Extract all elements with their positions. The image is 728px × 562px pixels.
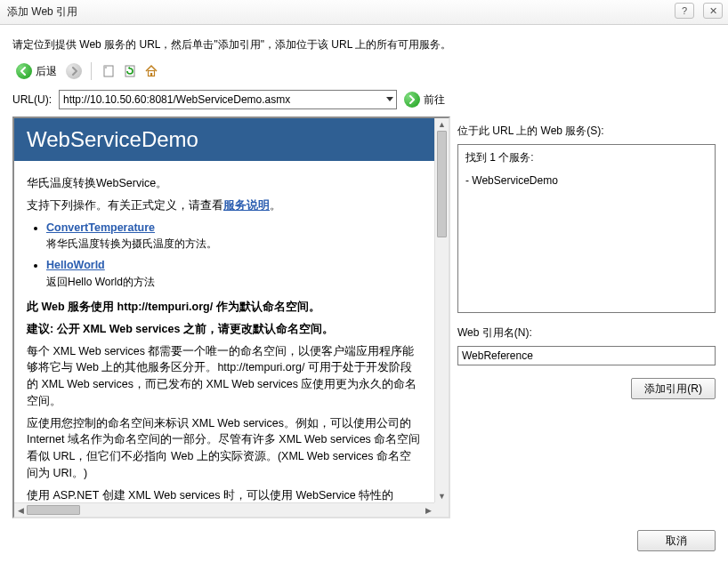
toolbar: 后退: [12, 61, 716, 81]
back-button[interactable]: 后退: [12, 61, 61, 81]
service-description-link[interactable]: 服务说明: [223, 199, 270, 212]
scroll-thumb[interactable]: [27, 505, 80, 515]
refname-input[interactable]: [457, 346, 716, 365]
scroll-up-icon[interactable]: ▲: [435, 118, 449, 131]
go-arrow-icon: [404, 92, 420, 108]
back-label: 后退: [36, 64, 57, 79]
scroll-thumb[interactable]: [437, 131, 447, 237]
url-input[interactable]: [60, 91, 396, 108]
window-title: 添加 Web 引用: [7, 4, 77, 20]
services-label: 位于此 URL 上的 Web 服务(S):: [457, 124, 716, 139]
namespace-line: 此 Web 服务使用 http://tempuri.org/ 作为默认命名空间。: [27, 299, 422, 316]
footer: 取消: [637, 530, 716, 551]
titlebar: 添加 Web 引用 ? ✕: [0, 0, 728, 25]
para1: 每个 XML Web services 都需要一个唯一的命名空间，以便客户端应用…: [27, 343, 422, 410]
preview-frame: WebServiceDemo 华氏温度转换WebService。 支持下列操作。…: [12, 116, 450, 518]
separator: [91, 62, 92, 80]
svg-rect-3: [150, 73, 152, 76]
horizontal-scrollbar[interactable]: ◀ ▶: [14, 502, 434, 517]
scroll-right-icon[interactable]: ▶: [422, 503, 434, 517]
close-icon[interactable]: ✕: [703, 3, 723, 19]
add-reference-button[interactable]: 添加引用(R): [631, 378, 716, 399]
intro-text: 华氏温度转换WebService。: [27, 175, 422, 192]
go-button[interactable]: 前往: [404, 92, 445, 108]
operation-item: ConvertTemperature 将华氏温度转换为摄氏温度的方法。: [46, 220, 422, 253]
instruction-text: 请定位到提供 Web 服务的 URL，然后单击"添加引用"，添加位于该 URL …: [12, 37, 716, 52]
para2: 应使用您控制的命名空间来标识 XML Web services。例如，可以使用公…: [27, 415, 422, 482]
help-icon[interactable]: ?: [675, 3, 694, 19]
services-found-text: 找到 1 个服务:: [465, 150, 708, 165]
url-label: URL(U):: [12, 93, 52, 106]
url-input-wrap[interactable]: [59, 90, 397, 109]
operation-item: HelloWorld 返回Hello World的方法: [46, 257, 422, 290]
scroll-left-icon[interactable]: ◀: [14, 503, 27, 517]
operation-desc: 将华氏温度转换为摄氏温度的方法。: [46, 236, 422, 252]
cancel-button[interactable]: 取消: [637, 530, 716, 551]
stop-icon[interactable]: [101, 63, 117, 79]
recommend-line: 建议: 公开 XML Web services 之前，请更改默认命名空间。: [27, 321, 422, 338]
back-arrow-icon: [16, 63, 32, 79]
right-column: 位于此 URL 上的 Web 服务(S): 找到 1 个服务: - WebSer…: [457, 116, 716, 518]
operations-list: ConvertTemperature 将华氏温度转换为摄氏温度的方法。 Hell…: [46, 220, 422, 291]
service-item[interactable]: - WebServiceDemo: [465, 174, 708, 187]
home-icon[interactable]: [143, 63, 159, 79]
operation-desc: 返回Hello World的方法: [46, 274, 422, 290]
go-label: 前往: [424, 92, 445, 108]
vertical-scrollbar[interactable]: ▲ ▼: [434, 118, 449, 502]
services-listbox[interactable]: 找到 1 个服务: - WebServiceDemo: [457, 144, 716, 313]
para3: 使用 ASP.NET 创建 XML Web services 时，可以使用 We…: [27, 487, 422, 503]
scroll-down-icon[interactable]: ▼: [435, 490, 449, 502]
chevron-down-icon[interactable]: [382, 91, 396, 108]
scroll-corner: [434, 502, 449, 517]
operation-link[interactable]: ConvertTemperature: [46, 221, 155, 234]
refresh-icon[interactable]: [122, 63, 138, 79]
page-banner: WebServiceDemo: [14, 118, 434, 161]
url-row: URL(U): 前往: [12, 90, 716, 109]
forward-button: [66, 63, 82, 79]
page-document: 华氏温度转换WebService。 支持下列操作。有关正式定义，请查看服务说明。…: [14, 161, 434, 502]
refname-label: Web 引用名(N):: [457, 325, 716, 341]
ops-text: 支持下列操作。有关正式定义，请查看服务说明。: [27, 197, 422, 214]
operation-link[interactable]: HelloWorld: [46, 259, 105, 271]
